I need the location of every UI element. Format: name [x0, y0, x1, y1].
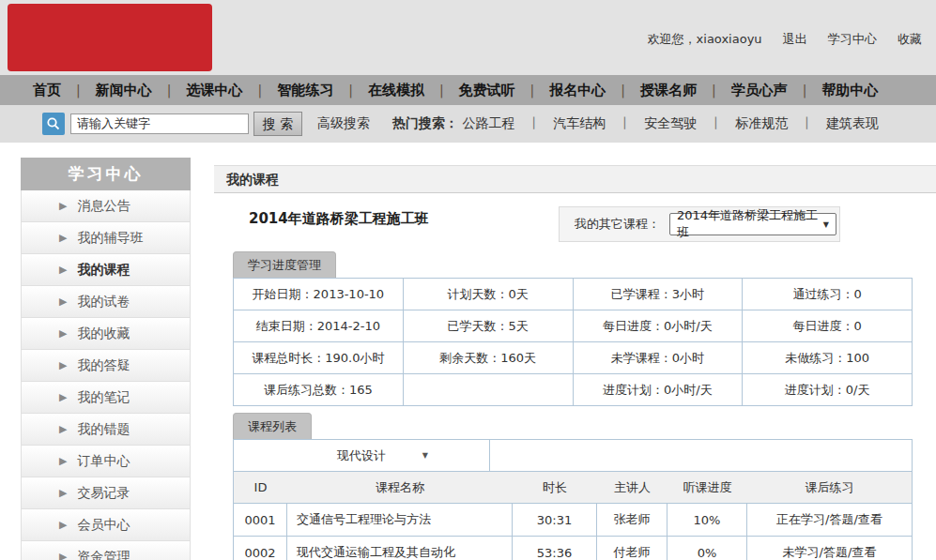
sidebar-item-orders[interactable]: ▶ 订单中心 [21, 446, 191, 477]
hot-link-auto-structure[interactable]: 汽车结构 [553, 115, 606, 130]
hot-separator: 丨 [619, 115, 632, 130]
hot-link-standards[interactable]: 标准规范 [735, 115, 788, 130]
course-title: 2014年道路桥梁工程施工班 [249, 210, 429, 228]
course-name-link[interactable]: 交通信号工程理论与方法 [287, 504, 513, 536]
sidebar-item-label: 消息公告 [77, 198, 130, 215]
header-exercises: 课后练习 [747, 479, 912, 496]
header-duration: 时长 [513, 479, 597, 496]
hot-separator: 丨 [528, 115, 541, 130]
tab-course-list[interactable]: 课程列表 [233, 413, 312, 440]
progress-cell [403, 374, 573, 406]
sidebar-item-my-questions[interactable]: ▶ 我的答疑 [21, 350, 191, 382]
caret-right-icon: ▶ [59, 359, 67, 371]
favorites-link[interactable]: 收藏 [898, 32, 922, 46]
sidebar: 学习中心 ▶ 消息公告 ▶ 我的辅导班 ▶ 我的课程 ▶ 我的试卷 ▶ 我的收藏… [21, 158, 191, 560]
course-name-link[interactable]: 现代交通运输工程及其自动化 [287, 537, 513, 560]
sidebar-item-label: 我的课程 [77, 262, 130, 279]
nav-separator: | [712, 83, 716, 98]
nav-separator: | [167, 83, 172, 98]
course-filter-row: 现代设计 ▼ [234, 440, 912, 472]
sidebar-item-label: 我的笔记 [77, 389, 130, 406]
user-links: 欢迎您，xiaoxiaoyu 退出 学习中心 收藏 [648, 31, 922, 48]
progress-cell: 通过练习：0 [743, 279, 913, 310]
nav-item-student-voice[interactable]: 学员心声 [731, 82, 788, 99]
course-actions[interactable]: 正在学习/答题/查看 [747, 504, 912, 536]
nav-item-news[interactable]: 新闻中心 [96, 82, 152, 99]
table-row: 结束日期：2014-2-10 已学天数：5天 每日进度：0小时/天 每日进度：0 [234, 310, 913, 342]
nav-item-home[interactable]: 首页 [33, 82, 61, 99]
sidebar-item-membership[interactable]: ▶ 会员中心 [21, 509, 191, 541]
other-courses-label: 我的其它课程： [575, 216, 660, 233]
sidebar-item-my-notes[interactable]: ▶ 我的笔记 [21, 382, 191, 414]
caret-right-icon: ▶ [59, 232, 67, 244]
caret-right-icon: ▶ [59, 455, 67, 467]
site-logo[interactable] [8, 4, 212, 71]
progress-cell: 未学课程：0小时 [573, 342, 743, 374]
caret-right-icon: ▶ [59, 264, 67, 276]
course-id: 0001 [234, 504, 287, 536]
section-title: 我的课程 [214, 165, 936, 193]
hot-separator: 丨 [801, 115, 814, 130]
sidebar-item-label: 我的辅导班 [77, 230, 143, 247]
progress-cell: 已学课程：3小时 [573, 279, 743, 310]
sidebar-item-label: 资金管理 [77, 549, 130, 560]
search-input[interactable] [70, 114, 249, 134]
sidebar-item-label: 会员中心 [77, 517, 130, 534]
sidebar-title: 学习中心 [21, 158, 191, 190]
search-icon [42, 113, 65, 135]
page: 欢迎您，xiaoxiaoyu 退出 学习中心 收藏 首页 | 新闻中心 | 选课… [0, 0, 936, 560]
caret-right-icon: ▶ [59, 391, 67, 403]
course-category-select[interactable]: 现代设计 ▼ [234, 440, 490, 471]
hot-link-highway[interactable]: 公路工程 [462, 115, 514, 130]
nav-item-help[interactable]: 帮助中心 [821, 82, 878, 99]
nav-item-free-trial[interactable]: 免费试听 [459, 82, 515, 99]
nav-item-online-simulation[interactable]: 在线模拟 [368, 82, 424, 99]
course-id: 0002 [234, 537, 287, 560]
other-courses-select[interactable]: 2014年道路桥梁工程施工班 ▼ [669, 213, 836, 235]
course-list-table: 现代设计 ▼ ID 课程名称 时长 主讲人 听课进度 课后练习 0001 交通信… [233, 439, 913, 560]
main-nav: 首页 | 新闻中心 | 选课中心 | 智能练习 | 在线模拟 | 免费试听 | … [0, 75, 936, 105]
sidebar-item-tutoring-class[interactable]: ▶ 我的辅导班 [21, 222, 191, 254]
sidebar-item-funds[interactable]: ▶ 资金管理 [21, 541, 191, 560]
nav-item-smart-practice[interactable]: 智能练习 [277, 82, 333, 99]
progress-table: 开始日期：2013-10-10 计划天数：0天 已学课程：3小时 通过练习：0 … [233, 278, 913, 406]
sidebar-item-label: 我的试卷 [77, 294, 130, 310]
chevron-down-icon: ▼ [823, 220, 829, 229]
search-bar: 搜 索 高级搜索 热门搜索： 公路工程 丨 汽车结构 丨 安全驾驶 丨 标准规范… [0, 105, 936, 143]
header-id: ID [234, 480, 287, 494]
nav-separator: | [439, 83, 444, 98]
sidebar-item-label: 订单中心 [77, 453, 130, 470]
hot-link-safe-driving[interactable]: 安全驾驶 [644, 115, 697, 130]
advanced-search-link[interactable]: 高级搜索 [317, 115, 370, 132]
nav-separator: | [76, 83, 81, 98]
course-progress: 10% [667, 504, 747, 536]
sidebar-item-my-favorites[interactable]: ▶ 我的收藏 [21, 318, 191, 350]
header-lecturer: 主讲人 [597, 479, 667, 496]
sidebar-item-my-mistakes[interactable]: ▶ 我的错题 [21, 414, 191, 446]
sidebar-item-transactions[interactable]: ▶ 交易记录 [21, 477, 191, 509]
tab-progress-management[interactable]: 学习进度管理 [233, 251, 336, 279]
search-button[interactable]: 搜 索 [253, 112, 302, 136]
progress-cell: 课后练习总数：165 [234, 374, 404, 406]
caret-right-icon: ▶ [59, 487, 67, 499]
progress-cell: 进度计划：0小时/天 [573, 374, 743, 406]
sidebar-item-announcements[interactable]: ▶ 消息公告 [21, 190, 191, 222]
course-actions[interactable]: 未学习/答题/查看 [747, 537, 912, 560]
caret-right-icon: ▶ [59, 423, 67, 435]
nav-item-teachers[interactable]: 授课名师 [640, 82, 697, 99]
course-lecturer: 张老师 [597, 504, 667, 536]
study-center-link[interactable]: 学习中心 [828, 32, 877, 46]
logout-link[interactable]: 退出 [783, 32, 807, 46]
nav-item-registration[interactable]: 报名中心 [549, 82, 606, 99]
sidebar-item-my-courses[interactable]: ▶ 我的课程 [21, 254, 191, 286]
sidebar-item-my-papers[interactable]: ▶ 我的试卷 [21, 286, 191, 318]
progress-cell: 未做练习：100 [743, 342, 913, 374]
nav-separator: | [530, 83, 535, 98]
nav-item-course-selection[interactable]: 选课中心 [186, 82, 242, 99]
caret-right-icon: ▶ [59, 551, 67, 560]
progress-cell: 已学天数：5天 [403, 310, 573, 342]
header-course-name: 课程名称 [287, 479, 513, 496]
progress-cell: 结束日期：2014-2-10 [234, 310, 404, 342]
table-row: 开始日期：2013-10-10 计划天数：0天 已学课程：3小时 通过练习：0 [234, 279, 913, 310]
hot-link-architecture[interactable]: 建筑表现 [826, 115, 879, 130]
